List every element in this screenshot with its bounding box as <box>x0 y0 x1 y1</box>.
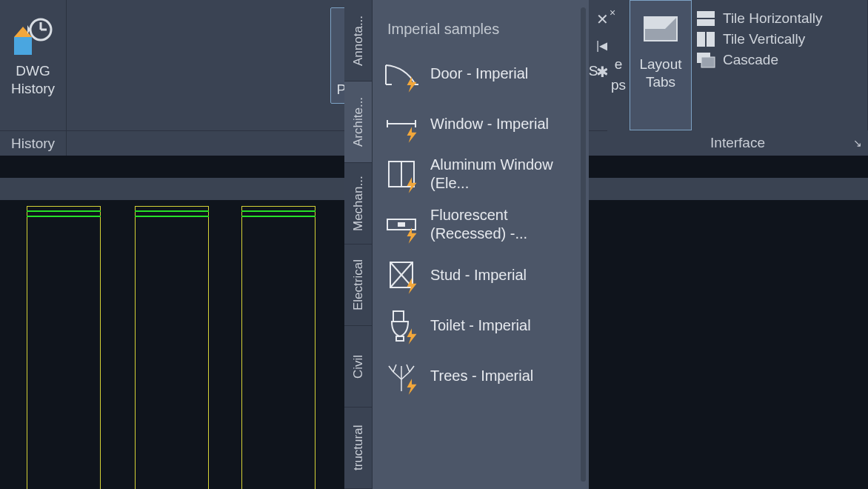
tile-h-icon <box>696 10 715 27</box>
palette-close-icon[interactable]: ✕ <box>596 10 609 28</box>
history-icon <box>10 12 57 59</box>
tool-palette-panel: Annota... Archite... Mechan... Electrica… <box>344 0 589 489</box>
ribbon-partial-item[interactable]: × e ps <box>607 0 630 130</box>
palette-autohide-icon[interactable]: |◀ <box>596 39 608 53</box>
ribbon-panel-history: DWG History History <box>0 0 67 156</box>
svg-line-42 <box>393 365 396 372</box>
palette-tab-mechanical[interactable]: Mechan... <box>344 163 372 245</box>
palette-item-label: Stud - Imperial <box>430 266 527 285</box>
svg-line-43 <box>410 366 414 372</box>
palette-item-label: Trees - Imperial <box>430 367 533 385</box>
palette-options-icon[interactable]: ✱ <box>596 63 609 81</box>
close-icon[interactable]: × <box>610 7 615 19</box>
cascade-label: Cascade <box>723 52 778 68</box>
tile-h-label: Tile Horizontally <box>723 10 822 27</box>
toilet-icon <box>383 306 420 345</box>
panel-footer-interface[interactable]: Interface ↘ <box>607 130 868 156</box>
palette-title: Imperial samples <box>373 0 589 48</box>
window-icon <box>383 104 420 143</box>
palette-item-window[interactable]: Window - Imperial <box>373 99 589 149</box>
palette-item-stud[interactable]: Stud - Imperial <box>373 250 589 300</box>
cascade-icon <box>696 52 715 68</box>
palette-item-trees[interactable]: Trees - Imperial <box>373 350 589 401</box>
palette-tab-annotation[interactable]: Annota... <box>344 0 372 82</box>
palette-tab-architectural[interactable]: Archite... <box>344 82 372 163</box>
palette-scrollbar[interactable] <box>581 7 586 482</box>
cascade-button[interactable]: Cascade <box>696 52 822 68</box>
svg-rect-46 <box>697 11 715 18</box>
layout-tabs-icon <box>637 5 684 53</box>
palette-item-label: Toilet - Imperial <box>430 316 531 335</box>
palette-item-label: Door - Imperial <box>430 64 528 83</box>
expand-icon[interactable]: ↘ <box>853 137 862 149</box>
ribbon-right-region: × e ps Layout Tabs Tile Horizontally T <box>607 0 827 130</box>
door-icon <box>383 54 420 93</box>
dwg-history-label: DWG History <box>11 62 55 98</box>
svg-line-41 <box>389 366 393 372</box>
palette-tab-structural[interactable]: tructural <box>344 408 372 489</box>
tile-horizontally-button[interactable]: Tile Horizontally <box>696 10 822 27</box>
svg-rect-51 <box>701 57 715 67</box>
palette-item-door[interactable]: Door - Imperial <box>373 48 589 99</box>
svg-rect-49 <box>707 32 715 47</box>
tile-v-label: Tile Vertically <box>723 31 805 47</box>
palette-item-label: Fluorescent (Recessed) -... <box>430 206 564 243</box>
svg-line-39 <box>393 372 401 379</box>
tile-vertically-button[interactable]: Tile Vertically <box>696 31 822 47</box>
aluminum-window-icon <box>383 155 420 193</box>
layout-tabs-label: Layout Tabs <box>639 56 681 91</box>
palette-tab-electrical[interactable]: Electrical <box>344 245 372 326</box>
svg-rect-0 <box>14 37 32 55</box>
panel-footer-history[interactable]: History <box>0 130 66 156</box>
palette-item-list: Door - Imperial Window - Imperial <box>373 48 589 489</box>
layout-tabs-button[interactable]: Layout Tabs <box>630 0 692 130</box>
palette-item-fluorescent[interactable]: Fluorescent (Recessed) -... <box>373 199 589 250</box>
palette-item-label: Aluminum Window (Ele... <box>430 156 564 193</box>
dwg-history-button[interactable]: DWG History <box>4 7 63 102</box>
palette-tab-civil[interactable]: Civil <box>344 326 372 408</box>
svg-line-44 <box>407 365 410 372</box>
svg-rect-36 <box>393 311 404 322</box>
stud-icon <box>383 256 420 294</box>
window-arrange-list: Tile Horizontally Tile Vertically Cascad… <box>692 0 827 130</box>
tile-v-icon <box>696 31 715 47</box>
palette-item-alum-window[interactable]: Aluminum Window (Ele... <box>373 149 589 199</box>
palette-item-label: Window - Imperial <box>430 115 549 133</box>
fluorescent-icon <box>383 205 420 244</box>
trees-icon <box>383 356 420 395</box>
svg-rect-47 <box>697 19 715 26</box>
palette-tab-strip: Annota... Archite... Mechan... Electrica… <box>344 0 373 489</box>
svg-rect-48 <box>697 32 705 47</box>
palette-item-toilet[interactable]: Toilet - Imperial <box>373 300 589 350</box>
